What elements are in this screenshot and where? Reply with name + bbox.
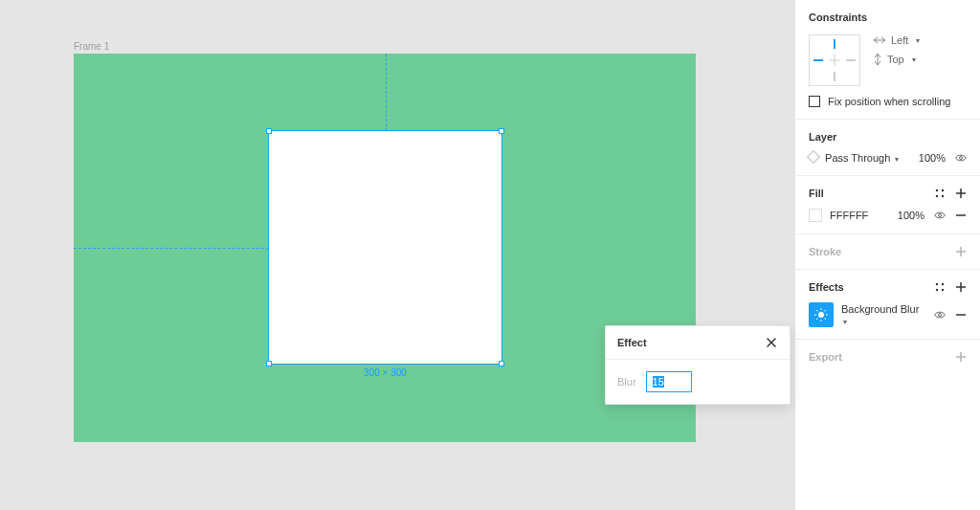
add-export-icon[interactable] (955, 351, 967, 363)
style-picker-icon[interactable] (934, 281, 946, 293)
constraint-vertical-value: Top (887, 54, 904, 65)
add-effect-icon[interactable] (955, 281, 967, 293)
effect-type-value: Background Blur (841, 303, 919, 315)
svg-point-6 (936, 283, 938, 285)
fix-position-toggle[interactable]: Fix position when scrolling (809, 96, 967, 107)
export-section: Export (795, 340, 980, 374)
fill-title: Fill (809, 188, 824, 199)
constraint-horizontal-select[interactable]: Left ▾ (874, 34, 920, 46)
blur-field-label: Blur (617, 376, 636, 388)
svg-line-18 (825, 310, 827, 312)
chevron-down-icon: ▾ (912, 55, 916, 64)
svg-point-8 (936, 289, 938, 291)
effect-settings-icon[interactable] (809, 302, 834, 327)
resize-handle-bottom-right[interactable] (499, 361, 504, 366)
svg-point-10 (818, 312, 824, 318)
constraints-section: Constraints Left ▾ (795, 0, 980, 120)
blend-mode-value: Pass Through (825, 152, 890, 164)
style-picker-icon[interactable] (934, 188, 946, 199)
svg-point-2 (942, 189, 944, 191)
add-stroke-icon[interactable] (955, 246, 967, 257)
fill-color-row[interactable]: FFFFFF (809, 209, 868, 222)
effect-type-select[interactable]: Background Blur ▾ (841, 303, 926, 326)
design-canvas[interactable]: Frame 1 300 × 300 (0, 0, 789, 510)
svg-point-0 (960, 157, 963, 160)
layer-section: Layer Pass Through ▾ 100% (795, 120, 980, 176)
effect-settings-popover: Effect Blur (605, 325, 791, 405)
visibility-icon[interactable] (955, 152, 967, 164)
svg-line-15 (816, 310, 818, 312)
fix-position-label: Fix position when scrolling (828, 96, 950, 107)
effect-popover-title: Effect (617, 337, 647, 348)
svg-point-4 (942, 195, 944, 197)
resize-handle-bottom-left[interactable] (266, 361, 272, 366)
inspector-panel: Constraints Left ▾ (794, 0, 980, 510)
chevron-down-icon: ▾ (916, 36, 920, 45)
horizontal-arrows-icon (874, 36, 885, 44)
chevron-down-icon: ▾ (895, 155, 899, 164)
fill-swatch[interactable] (809, 209, 822, 222)
svg-point-9 (942, 289, 944, 291)
remove-effect-icon[interactable] (955, 309, 967, 321)
frame-label[interactable]: Frame 1 (74, 41, 109, 52)
effects-section: Effects Background Blur ▾ (795, 270, 980, 340)
constraints-title: Constraints (809, 11, 967, 23)
fill-section: Fill FFFFFF 100% (795, 176, 980, 234)
vertical-arrows-icon (874, 54, 881, 65)
svg-point-7 (942, 283, 944, 285)
stroke-title: Stroke (809, 246, 841, 257)
stroke-section: Stroke (795, 234, 980, 270)
close-icon[interactable] (765, 336, 778, 349)
alignment-guide-horizontal (74, 248, 269, 249)
effect-row-background-blur[interactable]: Background Blur ▾ (809, 302, 967, 327)
layer-title: Layer (809, 131, 967, 143)
blend-mode-icon (807, 150, 820, 164)
svg-line-16 (825, 319, 827, 321)
constraint-horizontal-value: Left (891, 34, 908, 46)
selected-rectangle[interactable] (268, 130, 502, 365)
add-fill-icon[interactable] (955, 188, 967, 199)
chevron-down-icon: ▾ (843, 318, 847, 326)
layer-opacity-value[interactable]: 100% (919, 152, 946, 164)
constraint-diagram[interactable] (809, 34, 860, 86)
blur-value-input[interactable] (646, 371, 692, 392)
visibility-icon[interactable] (934, 210, 946, 221)
remove-fill-icon[interactable] (955, 210, 967, 221)
visibility-icon[interactable] (934, 309, 946, 321)
selection-dimensions-label: 300 × 300 (268, 367, 502, 378)
svg-point-3 (936, 195, 938, 197)
resize-handle-top-left[interactable] (266, 128, 272, 134)
panel-scrollbar[interactable] (794, 0, 795, 510)
resize-handle-top-right[interactable] (499, 128, 504, 134)
constraint-vertical-select[interactable]: Top ▾ (874, 54, 920, 65)
effects-title: Effects (809, 281, 844, 293)
checkbox-icon (809, 96, 820, 107)
svg-point-5 (939, 214, 942, 217)
blend-mode-select[interactable]: Pass Through ▾ (809, 152, 899, 164)
alignment-guide-vertical (386, 54, 387, 131)
svg-point-1 (936, 189, 938, 191)
fill-hex-value[interactable]: FFFFFF (830, 210, 868, 221)
svg-point-19 (939, 314, 942, 317)
svg-line-17 (816, 319, 818, 321)
export-title: Export (809, 351, 842, 363)
fill-opacity-value[interactable]: 100% (898, 210, 924, 221)
